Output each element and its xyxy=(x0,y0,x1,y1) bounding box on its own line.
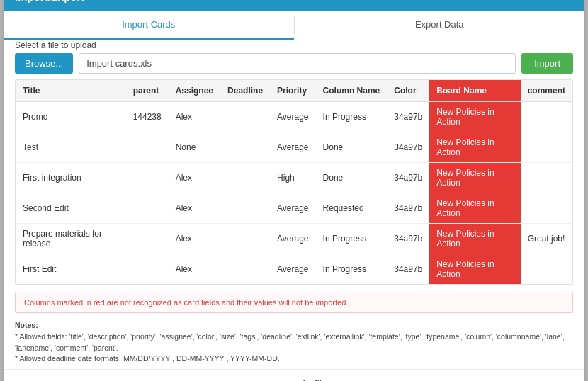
board-name-cell: New Policies in Action xyxy=(429,193,520,224)
notes-title: Notes: xyxy=(15,321,38,329)
comment-cell xyxy=(521,193,572,224)
tab-export-data[interactable]: Export Data xyxy=(295,11,585,40)
table-cell: Average xyxy=(270,224,315,254)
modal-header: Import/Export × xyxy=(4,0,584,11)
notes-line1: * Allowed fields: 'title', 'description'… xyxy=(15,332,565,352)
table-cell: Done xyxy=(316,163,388,193)
table-cell: Prepare materials for release xyxy=(16,224,126,254)
board-name-cell: New Policies in Action xyxy=(429,102,520,132)
col-parent: parent xyxy=(126,80,169,102)
file-input[interactable] xyxy=(79,53,516,74)
table-cell: Done xyxy=(316,132,388,163)
table-cell xyxy=(220,102,270,132)
table-cell: Promo xyxy=(16,102,126,132)
table-row: TestNoneAverageDone34a97bNew Policies in… xyxy=(16,132,572,163)
import-export-modal: Import/Export × Import Cards Export Data… xyxy=(4,0,584,381)
comment-cell xyxy=(521,102,572,132)
col-column-name: Column Name xyxy=(316,80,388,102)
table-cell: 34a97b xyxy=(387,102,429,132)
table-cell: First integration xyxy=(16,163,126,193)
table-cell: 144238 xyxy=(126,102,169,132)
import-button[interactable]: Import xyxy=(521,53,573,74)
table-cell: Alex xyxy=(169,102,220,132)
table-cell xyxy=(126,224,169,254)
table-cell xyxy=(126,193,169,224)
comment-cell xyxy=(521,163,572,193)
table-cell: Average xyxy=(270,193,315,224)
table-cell: 34a97b xyxy=(387,224,429,254)
warning-text: Columns marked in red are not recognized… xyxy=(24,298,348,307)
table-cell: Second Edit xyxy=(16,193,126,224)
table-cell xyxy=(220,224,270,254)
col-assignee: Assignee xyxy=(169,80,220,102)
table-cell: Test xyxy=(16,132,126,163)
table-cell: 34a97b xyxy=(387,254,429,285)
board-name-cell: New Policies in Action xyxy=(429,254,520,285)
table-cell: None xyxy=(169,132,220,163)
table-cell: 34a97b xyxy=(387,193,429,224)
col-comment: comment xyxy=(521,80,572,102)
modal-title: Import/Export xyxy=(15,0,84,3)
upload-label: Select a file to upload xyxy=(15,40,573,50)
table-row: Second EditAlexAverageRequested34a97bNew… xyxy=(16,193,572,224)
table-cell: Alex xyxy=(169,193,220,224)
data-table-container: Title parent Assignee Deadline Priority … xyxy=(15,79,573,285)
table-cell: Alex xyxy=(169,163,220,193)
upload-section: Select a file to upload Browse... Import xyxy=(4,40,584,79)
table-cell xyxy=(220,193,270,224)
table-cell xyxy=(126,254,169,285)
table-cell: Alex xyxy=(169,254,220,285)
table-header-row: Title parent Assignee Deadline Priority … xyxy=(16,80,572,102)
see-samples-text: See sample files xyxy=(255,378,333,381)
table-cell xyxy=(220,254,270,285)
col-color: Color xyxy=(387,80,429,102)
comment-cell xyxy=(521,132,572,163)
col-priority: Priority xyxy=(270,80,315,102)
table-row: Prepare materials for releaseAlexAverage… xyxy=(16,224,572,254)
close-button[interactable]: × xyxy=(565,0,573,4)
table-cell: Requested xyxy=(316,193,388,224)
table-row: First EditAlexAverageIn Progress34a97bNe… xyxy=(16,254,572,285)
table-cell: Alex xyxy=(169,224,220,254)
table-row: First integrationAlexHighDone34a97bNew P… xyxy=(16,163,572,193)
notes-line2: * Allowed deadline date formats: MM/DD/Y… xyxy=(15,354,280,363)
tab-import-cards[interactable]: Import Cards xyxy=(4,11,294,40)
table-cell xyxy=(126,132,169,163)
comment-cell xyxy=(521,254,572,285)
table-row: Promo144238AlexAverageIn Progress34a97bN… xyxy=(16,102,572,132)
table-cell: In Progress xyxy=(316,102,388,132)
tab-bar: Import Cards Export Data xyxy=(4,11,584,40)
table-cell: In Progress xyxy=(316,224,388,254)
table-cell: Average xyxy=(270,132,315,163)
table-cell xyxy=(220,132,270,163)
table-cell: 34a97b xyxy=(387,132,429,163)
table-cell: First Edit xyxy=(16,254,126,285)
table-cell xyxy=(126,163,169,193)
notes-section: Notes: * Allowed fields: 'title', 'descr… xyxy=(15,320,573,365)
import-table: Title parent Assignee Deadline Priority … xyxy=(16,80,572,284)
table-cell: High xyxy=(270,163,315,193)
table-cell: 34a97b xyxy=(387,163,429,193)
col-board-name: Board Name xyxy=(429,80,520,102)
see-samples-footer[interactable]: See sample files xyxy=(4,369,584,381)
table-cell: Average xyxy=(270,254,315,285)
warning-box: Columns marked in red are not recognized… xyxy=(15,292,573,313)
col-title: Title xyxy=(16,80,126,102)
board-name-cell: New Policies in Action xyxy=(429,163,520,193)
board-name-cell: New Policies in Action xyxy=(429,132,520,163)
table-cell xyxy=(220,163,270,193)
table-cell: Average xyxy=(270,102,315,132)
comment-cell: Great job! xyxy=(521,224,572,254)
board-name-cell: New Policies in Action xyxy=(429,224,520,254)
col-deadline: Deadline xyxy=(220,80,270,102)
upload-controls: Browse... Import xyxy=(15,53,573,74)
browse-button[interactable]: Browse... xyxy=(15,53,73,74)
table-cell: In Progress xyxy=(316,254,388,285)
